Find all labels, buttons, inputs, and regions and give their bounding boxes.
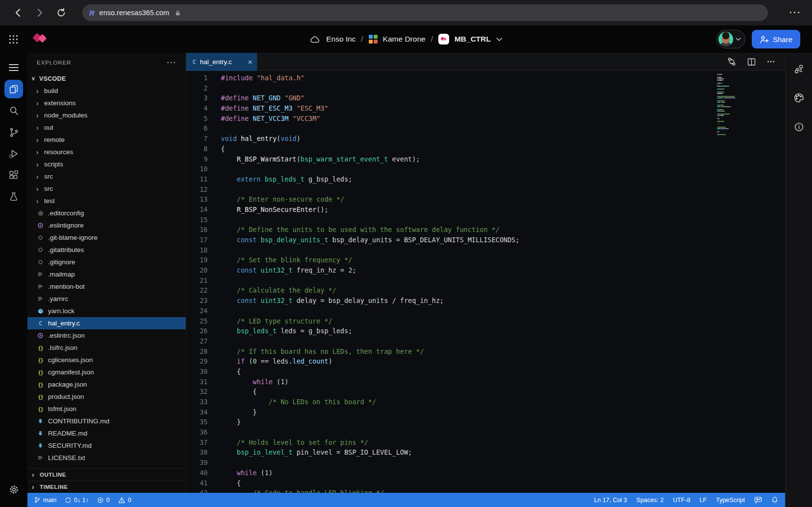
tree-folder[interactable]: ›remote [27,134,186,146]
line-number: 14 [186,205,208,215]
tree-file[interactable]: {}tsfmt.json [27,403,186,415]
status-warning[interactable]: 0 [118,497,131,504]
status-error[interactable]: 0 [97,497,110,504]
tree-file[interactable]: .editorconfig [27,207,186,219]
tree-file[interactable]: README.md [27,427,186,439]
tree-root[interactable]: ∨VSCODE [27,72,186,85]
breadcrumb-project[interactable]: Kame Drone [383,35,426,44]
tree-file[interactable]: CONTRIBUTING.md [27,415,186,427]
breadcrumb-module[interactable]: MB_CTRL [454,35,491,44]
renesas-logo-icon[interactable] [31,32,48,46]
explorer-actions-icon[interactable]: ··· [167,59,177,67]
run-debug-icon[interactable] [2,143,25,164]
tree-folder[interactable]: ›build [27,85,186,97]
status-item[interactable]: Ln 17, Col 3 [594,497,627,504]
status-bar: main0↓ 1↑00 Ln 17, Col 3Spaces: 2UTF-8LF… [27,493,785,507]
testing-icon[interactable] [2,186,25,207]
tree-file[interactable]: {}.lsifrc.json [27,342,186,354]
section-outline[interactable]: ›OUTLINE [27,468,186,481]
tab-hal-entry[interactable]: C hal_entry.c × [186,53,257,71]
chevron-down-icon [736,37,741,41]
browser-reload-button[interactable] [55,6,68,19]
file-name: product.json [48,393,84,400]
tree-file[interactable]: .gitignore [27,256,186,268]
more-actions-icon[interactable] [766,57,775,66]
tree-file[interactable]: .gitattributes [27,244,186,256]
code-line: 16 /* Define the units to be used with t… [186,225,785,235]
tree-file[interactable]: {}cgmanifest.json [27,366,186,378]
tree-file[interactable]: {}package.json [27,378,186,391]
tree-file[interactable]: .yarnrc [27,293,186,305]
status-item[interactable]: Spaces: 2 [636,497,664,504]
yarn-icon [36,307,45,315]
notifications-bell-icon[interactable] [771,496,778,504]
tree-folder[interactable]: ›test [27,195,186,207]
info-icon[interactable] [790,118,808,136]
file-name: .mention-bot [48,283,85,290]
close-icon[interactable]: × [248,58,252,66]
tree-folder[interactable]: ›extensions [27,97,186,109]
tree-folder[interactable]: ›resources [27,146,186,158]
tree-file[interactable]: .git-blame-ignore [27,231,186,244]
browser-back-button[interactable] [12,6,24,19]
tree-file[interactable]: SECURITY.md [27,439,186,452]
tree-folder[interactable]: ›node_modules [27,109,186,121]
compare-changes-icon[interactable] [727,57,737,67]
split-editor-icon[interactable] [747,57,756,67]
address-bar[interactable]: R enso.renesas365.com [82,4,768,21]
menu-icon[interactable] [2,57,25,78]
tree-folder[interactable]: ›src [27,183,186,195]
code-line: 38 bsp_io_level_t pin_level = BSP_IO_LEV… [186,447,785,458]
breadcrumb-org[interactable]: Enso Inc [326,35,356,44]
tree-folder[interactable]: ›scripts [27,158,186,170]
extensions-icon[interactable] [2,164,25,186]
chevron-down-icon[interactable] [496,37,502,42]
explorer-icon[interactable] [2,78,25,100]
status-branch[interactable]: main [34,496,56,504]
source-control-icon[interactable] [2,121,25,143]
tree-folder[interactable]: ›src [27,170,186,183]
chevron-right-icon: › [36,173,44,181]
tree-file[interactable]: {}product.json [27,391,186,403]
theme-palette-icon[interactable] [790,89,808,107]
search-icon[interactable] [2,100,25,121]
status-item[interactable]: LF [699,497,707,504]
app-header: Enso Inc / Kame Drone / MB_CTRL Share [0,25,812,53]
line-number: 34 [186,407,208,417]
status-sync[interactable]: 0↓ 1↑ [65,497,89,504]
tree-folder[interactable]: ›out [27,121,186,134]
share-button[interactable]: Share [752,30,800,48]
line-number: 16 [186,225,208,235]
sidebar-sections: ›OUTLINE›TIMELINE [27,468,186,493]
code-line: 25 /* LED type structure */ [186,316,785,326]
app-launcher-icon[interactable] [8,34,18,44]
md-icon [36,417,45,425]
account-menu[interactable] [716,30,745,48]
code-line: 6 [186,123,785,134]
section-timeline[interactable]: ›TIMELINE [27,481,186,493]
tree-file[interactable]: {}cglicenses.json [27,354,186,366]
status-item[interactable]: TypeScript [716,497,745,504]
line-number: 41 [186,478,208,488]
code-line: 28 /* If this board has no LEDs, then tr… [186,346,785,357]
minimap[interactable] [717,74,744,136]
tree-file[interactable]: LICENSE.txt [27,452,186,464]
tree-file[interactable]: .eslintignore [27,219,186,231]
tree-file[interactable]: .eslintrc.json [27,329,186,342]
browser-menu-icon[interactable]: ··· [789,8,801,18]
activity-bar [0,53,27,507]
file-name: .gitignore [48,258,75,266]
tree-file[interactable]: .mailmap [27,268,186,280]
settings-icon[interactable] [2,479,25,500]
schematic-icon[interactable] [790,60,808,78]
browser-forward-button[interactable] [33,6,46,19]
status-item[interactable]: UTF-8 [673,497,690,504]
code-editor[interactable]: 1#include "hal_data.h"23#define NET_GND … [186,71,785,493]
person-add-icon [760,35,769,44]
feedback-icon[interactable] [754,496,762,504]
tree-file[interactable]: Chal_entry.c [27,317,186,329]
tree-file[interactable]: .mention-bot [27,280,186,293]
file-name: .gitattributes [48,246,84,254]
breadcrumb-separator: / [361,35,363,44]
tree-file[interactable]: yarn.lock [27,305,186,317]
